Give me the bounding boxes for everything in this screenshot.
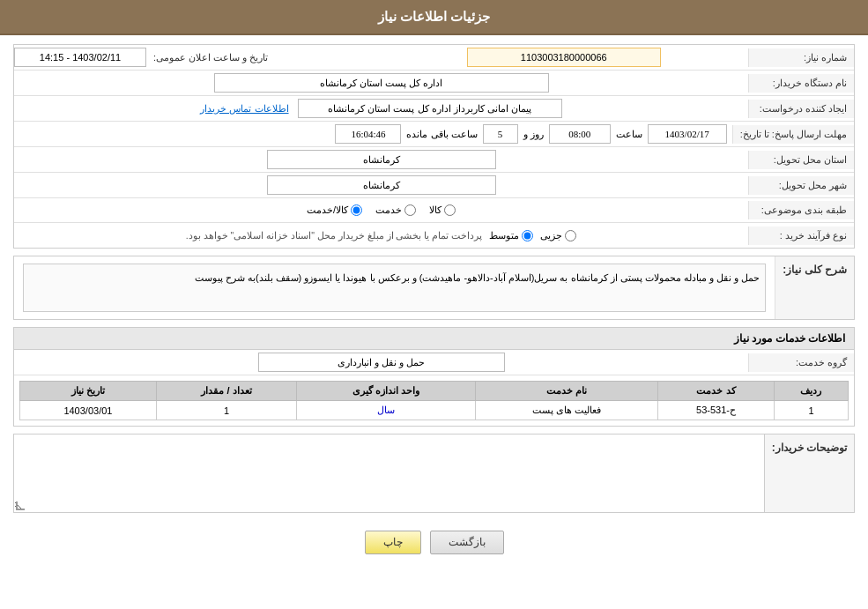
announcement-label: تاریخ و ساعت اعلان عمومی: (146, 48, 275, 67)
cat-radio-item-1[interactable]: کالا (429, 204, 456, 216)
response-days-label: روز و (523, 129, 544, 140)
cat-radio-item-3[interactable]: کالا/خدمت (307, 204, 362, 216)
city-label: شهر محل تحویل: (748, 176, 854, 195)
buyer-notes-container (13, 434, 764, 513)
creator-input[interactable] (298, 99, 562, 118)
process-row-content: جزیی متوسط پرداخت تمام یا بخشی از مبلغ خ… (14, 227, 748, 245)
page-title: جزئیات اطلاعات نیاز (378, 9, 490, 24)
service-group-value-cell (14, 350, 748, 375)
buyer-org-row: نام دستگاه خریدار: (14, 71, 854, 96)
cat-radio-3-label: کالا/خدمت (307, 204, 348, 216)
city-input[interactable] (267, 175, 496, 195)
table-header-row: ردیف کد خدمت نام خدمت واحد اندازه گیری ت… (20, 382, 849, 401)
process-radio-1-label: جزیی (540, 230, 562, 241)
process-radio-1[interactable] (565, 230, 576, 241)
process-radio-2[interactable] (522, 230, 533, 241)
countdown-label: ساعت باقی مانده (406, 129, 477, 140)
cell-name: فعالیت های پست (475, 401, 657, 420)
table-row: 1 ح-531-53 فعالیت های پست سال 1 1403/03/… (20, 401, 849, 420)
need-number-row: شماره نیاز: تاریخ و ساعت اعلان عمومی: (14, 45, 854, 71)
process-radio-item-1[interactable]: جزیی (540, 230, 576, 241)
announcement-section: تاریخ و ساعت اعلان عمومی: (14, 48, 380, 67)
category-label: طبقه بندی موضوعی: (748, 201, 854, 219)
countdown-input[interactable] (335, 124, 401, 144)
buyer-org-input[interactable] (214, 73, 549, 93)
cat-radio-1-label: کالا (429, 204, 441, 216)
page-header: جزئیات اطلاعات نیاز (0, 0, 868, 35)
content-area: شماره نیاز: تاریخ و ساعت اعلان عمومی: نا… (0, 35, 868, 574)
page-container: جزئیات اطلاعات نیاز شماره نیاز: تاریخ و … (0, 0, 868, 609)
buyer-notes-section: توضیحات خریدار: (13, 434, 855, 513)
col-row-header: ردیف (774, 382, 848, 401)
services-section-title: اطلاعات خدمات مورد نیاز (14, 328, 854, 350)
service-group-label: گروه خدمت: (748, 353, 854, 372)
need-number-label: شماره نیاز: (748, 48, 854, 67)
response-deadline-label: مهلت ارسال پاسخ: تا تاریخ: (732, 125, 854, 144)
response-deadline-value-cell: ساعت روز و ساعت باقی مانده (14, 122, 732, 146)
cat-radio-2[interactable] (404, 204, 416, 216)
cell-row: 1 (774, 401, 848, 420)
cat-radio-3[interactable] (351, 204, 362, 216)
creator-value-cell: اطلاعات تماس خریدار (14, 96, 748, 121)
province-label: استان محل تحویل: (748, 151, 854, 169)
services-table-container: ردیف کد خدمت نام خدمت واحد اندازه گیری ت… (14, 375, 854, 426)
contact-info-link[interactable]: اطلاعات تماس خریدار (200, 103, 288, 115)
service-group-row: گروه خدمت: (14, 350, 854, 375)
province-value-cell (14, 147, 748, 172)
print-button[interactable]: چاپ (365, 531, 421, 554)
description-label: شرح کلی نیاز: (775, 256, 854, 319)
cell-unit: سال (297, 401, 476, 420)
response-time-label: ساعت (616, 129, 642, 140)
process-radio-2-label: متوسط (489, 230, 519, 241)
need-number-value-cell (380, 45, 749, 70)
process-note: پرداخت تمام یا بخشی از مبلغ خریدار محل "… (186, 230, 482, 241)
services-section: اطلاعات خدمات مورد نیاز گروه خدمت: ردیف … (13, 327, 855, 427)
buyer-org-label: نام دستگاه خریدار: (748, 74, 854, 93)
cat-radio-1[interactable] (444, 204, 456, 216)
cat-radio-item-2[interactable]: خدمت (375, 204, 416, 216)
process-row: نوع فرآیند خرید : جزیی متوسط پرداخت تمام… (14, 223, 854, 248)
city-row: شهر محل تحویل: (14, 173, 854, 198)
response-days-input[interactable] (483, 124, 518, 144)
cell-qty: 1 (156, 401, 297, 420)
buttons-row: بازگشت چاپ (13, 520, 855, 565)
province-input[interactable] (267, 150, 496, 169)
services-table: ردیف کد خدمت نام خدمت واحد اندازه گیری ت… (19, 381, 849, 420)
response-time-input[interactable] (549, 124, 611, 144)
cat-radio-2-label: خدمت (375, 204, 402, 216)
main-info-section: شماره نیاز: تاریخ و ساعت اعلان عمومی: نا… (13, 44, 855, 249)
col-code-header: کد خدمت (658, 382, 775, 401)
city-value-cell (14, 173, 748, 197)
creator-label: ایجاد کننده درخواست: (748, 100, 854, 118)
category-radio-group: کالا خدمت کالا/خدمت (14, 201, 748, 219)
col-name-header: نام خدمت (475, 382, 657, 401)
category-row: طبقه بندی موضوعی: کالا خدمت کالا/خدمت (14, 198, 854, 223)
response-deadline-row: مهلت ارسال پاسخ: تا تاریخ: ساعت روز و سا… (14, 122, 854, 147)
back-button[interactable]: بازگشت (430, 531, 504, 554)
buyer-notes-textarea[interactable] (14, 434, 764, 509)
buyer-notes-label: توضیحات خریدار: (764, 434, 855, 513)
resize-handle (16, 501, 25, 510)
description-text: حمل و نقل و مبادله محمولات پستی از کرمان… (23, 264, 766, 312)
cell-date: 1403/03/01 (20, 401, 157, 420)
buyer-org-value-cell (14, 71, 748, 95)
response-date-input[interactable] (648, 124, 727, 144)
province-row: استان محل تحویل: (14, 147, 854, 173)
col-date-header: تاریخ نیاز (20, 382, 157, 401)
need-number-input[interactable] (467, 48, 661, 67)
col-unit-header: واحد اندازه گیری (297, 382, 476, 401)
announcement-datetime-input[interactable] (14, 48, 146, 67)
service-group-input[interactable] (258, 353, 505, 372)
process-label: نوع فرآیند خرید : (748, 227, 854, 245)
process-radio-item-2[interactable]: متوسط (489, 230, 533, 241)
creator-row: ایجاد کننده درخواست: اطلاعات تماس خریدار (14, 96, 854, 122)
description-value-cell: حمل و نقل و مبادله محمولات پستی از کرمان… (14, 256, 775, 319)
cell-code: ح-531-53 (658, 401, 775, 420)
description-section: شرح کلی نیاز: حمل و نقل و مبادله محمولات… (13, 256, 855, 320)
col-qty-header: تعداد / مقدار (156, 382, 297, 401)
